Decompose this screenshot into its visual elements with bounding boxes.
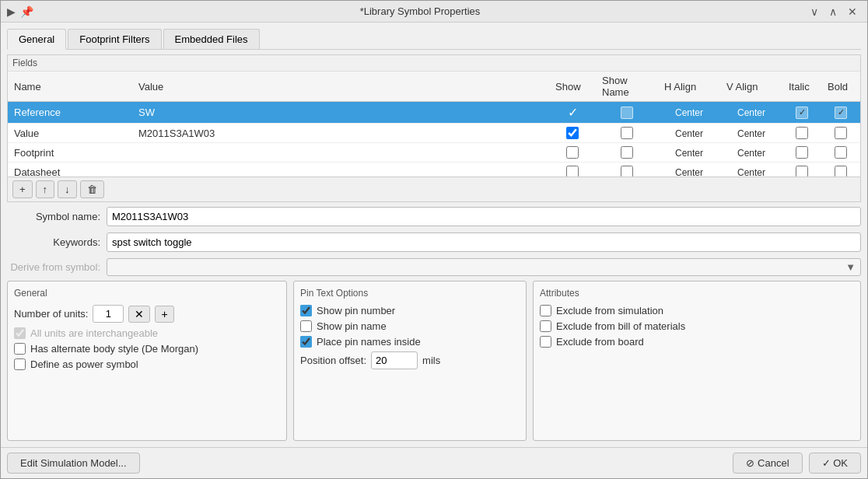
- field-halign-footprint: Center: [658, 143, 720, 163]
- field-halign-datasheet: Center: [658, 163, 720, 177]
- symbol-name-input[interactable]: [107, 207, 861, 226]
- table-row[interactable]: Footprint Center Center: [8, 143, 860, 163]
- maximize-button[interactable]: ∧: [825, 4, 841, 19]
- field-halign-reference: Center: [658, 102, 720, 124]
- power-label: Define as power symbol: [30, 358, 138, 370]
- bold-check-reference[interactable]: [835, 107, 847, 119]
- ok-button[interactable]: ✓ OK: [809, 453, 861, 474]
- run-icon[interactable]: ▶: [7, 5, 16, 18]
- edit-simulation-button[interactable]: Edit Simulation Model...: [7, 453, 140, 474]
- pin-text-panel: Pin Text Options Show pin number Show pi…: [293, 281, 527, 441]
- halign-badge-reference: Center: [669, 107, 709, 119]
- minimize-button[interactable]: ∨: [807, 4, 822, 19]
- exclude-bom-check[interactable]: [540, 320, 551, 332]
- fields-toolbar: + ↑ ↓ 🗑: [8, 177, 860, 201]
- show-check-reference: ✓: [555, 105, 590, 120]
- italic-check-value[interactable]: [796, 127, 808, 139]
- alternate-check[interactable]: [14, 343, 26, 355]
- field-show-footprint: [549, 143, 596, 163]
- exclude-bom-row: Exclude from bill of materials: [540, 320, 854, 332]
- cancel-button[interactable]: ⊘ Cancel: [733, 453, 802, 474]
- field-showname-datasheet: [596, 163, 658, 177]
- field-valign-reference: Center: [720, 102, 782, 124]
- field-halign-value: Center: [658, 124, 720, 143]
- attributes-panel-title: Attributes: [540, 288, 854, 299]
- field-bold-reference: [821, 102, 860, 124]
- field-italic-footprint: [782, 143, 821, 163]
- bottom-panels: General Number of units: ✕ + All units a…: [7, 281, 861, 441]
- exclude-bom-label: Exclude from bill of materials: [556, 320, 685, 332]
- showname-check-value[interactable]: [621, 127, 633, 139]
- derive-dropdown-icon[interactable]: ▼: [845, 261, 856, 273]
- units-input[interactable]: [93, 305, 124, 323]
- add-field-button[interactable]: +: [12, 180, 33, 198]
- field-showname-footprint: [596, 143, 658, 163]
- place-pin-names-check[interactable]: [300, 336, 312, 348]
- table-row[interactable]: Value M2011S3A1W03 Center Center: [8, 124, 860, 143]
- field-name-datasheet: Datasheet: [8, 163, 132, 177]
- footer: Edit Simulation Model... ⊘ Cancel ✓ OK: [1, 447, 867, 478]
- keywords-input[interactable]: [107, 233, 861, 252]
- delete-field-button[interactable]: 🗑: [80, 180, 104, 198]
- show-pin-name-label: Show pin name: [317, 320, 387, 332]
- bold-check-footprint[interactable]: [835, 146, 847, 159]
- exclude-board-check[interactable]: [540, 336, 551, 348]
- place-pin-names-row: Place pin names inside: [300, 336, 520, 348]
- field-showname-reference: [596, 102, 658, 124]
- tab-footprint-filters[interactable]: Footprint Filters: [68, 29, 161, 49]
- ok-icon: ✓: [822, 457, 831, 469]
- close-button[interactable]: ✕: [844, 4, 861, 19]
- power-check[interactable]: [14, 358, 26, 370]
- italic-check-reference[interactable]: [796, 107, 808, 119]
- bold-check-value[interactable]: [835, 127, 847, 139]
- show-check-value[interactable]: [566, 127, 579, 139]
- mils-label: mils: [422, 355, 440, 366]
- col-header-valign: V Align: [720, 72, 782, 102]
- place-pin-names-label: Place pin names inside: [317, 336, 421, 348]
- field-show-datasheet: [549, 163, 596, 177]
- field-show-reference: ✓: [549, 102, 596, 124]
- field-value-datasheet: [132, 163, 549, 177]
- show-check-datasheet[interactable]: [566, 166, 579, 177]
- units-remove-button[interactable]: ✕: [128, 306, 150, 323]
- tab-general[interactable]: General: [7, 29, 66, 50]
- italic-check-footprint[interactable]: [796, 146, 808, 159]
- move-down-button[interactable]: ↓: [58, 180, 77, 198]
- position-offset-label: Position offset:: [300, 355, 366, 366]
- exclude-simulation-check[interactable]: [540, 305, 551, 316]
- cancel-label: Cancel: [758, 457, 789, 469]
- field-bold-footprint: [821, 143, 860, 163]
- units-row: Number of units: ✕ +: [14, 305, 280, 323]
- general-panel-title: General: [14, 288, 280, 299]
- field-italic-datasheet: [782, 163, 821, 177]
- show-pin-name-check[interactable]: [300, 320, 312, 332]
- showname-check-footprint[interactable]: [621, 146, 633, 159]
- units-add-button[interactable]: +: [155, 306, 173, 323]
- table-row[interactable]: Reference SW ✓ Center: [8, 102, 860, 124]
- ok-label: OK: [833, 457, 848, 469]
- position-offset-input[interactable]: [371, 351, 418, 369]
- show-pin-number-check[interactable]: [300, 305, 312, 316]
- move-up-button[interactable]: ↑: [36, 180, 55, 198]
- tab-embedded-files[interactable]: Embedded Files: [163, 29, 260, 49]
- tab-bar: General Footprint Filters Embedded Files: [7, 29, 861, 50]
- bold-check-datasheet[interactable]: [835, 166, 847, 177]
- italic-check-datasheet[interactable]: [796, 166, 808, 177]
- fields-table: Name Value Show Show Name H Align V Alig…: [8, 72, 860, 177]
- show-check-footprint[interactable]: [566, 146, 579, 159]
- fields-label: Fields: [8, 55, 860, 72]
- showname-check-datasheet[interactable]: [621, 166, 633, 177]
- interchangeable-row: All units are interchangeable: [14, 327, 280, 339]
- field-bold-datasheet: [821, 163, 860, 177]
- fields-section: Fields Name Value Show Show Name H Align…: [7, 54, 861, 202]
- table-row[interactable]: Datasheet Center Center: [8, 163, 860, 177]
- keywords-label: Keywords:: [7, 236, 100, 248]
- field-showname-value: [596, 124, 658, 143]
- pin-text-panel-title: Pin Text Options: [300, 288, 520, 299]
- position-offset-row: Position offset: mils: [300, 351, 520, 369]
- showname-check-reference[interactable]: [621, 107, 633, 119]
- content: General Footprint Filters Embedded Files…: [1, 23, 867, 447]
- show-pin-name-row: Show pin name: [300, 320, 520, 332]
- field-show-value: [549, 124, 596, 143]
- pin-icon[interactable]: 📌: [20, 5, 33, 18]
